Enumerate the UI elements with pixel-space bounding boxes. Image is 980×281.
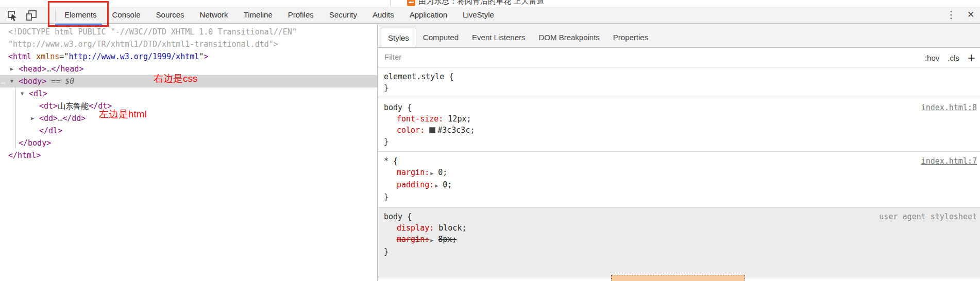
dom-tree-row[interactable]: <html xmlns="http://www.w3.org/1999/xhtm… xyxy=(0,50,377,63)
code-token: "http://www.w3.org/TR/xhtml1/DTD/xhtml1-… xyxy=(8,40,278,49)
tab-console[interactable]: Console xyxy=(105,7,148,23)
tab-audits[interactable]: Audits xyxy=(365,7,402,23)
css-rules-list: element.style {}index.html:8body {font-s… xyxy=(378,67,980,277)
code-token: > xyxy=(204,52,208,61)
stylesheet-origin-label: user agent stylesheet xyxy=(879,211,977,222)
code-token xyxy=(31,52,36,61)
sidebar-tab-event-listeners[interactable]: Event Listeners xyxy=(465,28,532,47)
dom-tree-row[interactable]: </html> xyxy=(0,149,377,162)
rule-selector-line: * { xyxy=(378,155,980,167)
property-value: 12px; xyxy=(448,114,471,124)
expand-arrow-icon[interactable]: ▶ xyxy=(10,63,13,75)
code-token: <!DOCTYPE html PUBLIC "-//W3C//DTD XHTML… xyxy=(8,27,297,37)
tab-timeline[interactable]: Timeline xyxy=(236,7,280,23)
toggle-hover-state-button[interactable]: :hov xyxy=(925,54,939,62)
close-brace: } xyxy=(384,137,388,146)
sidebar-tab-properties[interactable]: Properties xyxy=(606,28,655,47)
dom-node-text: </html> xyxy=(8,149,41,162)
property-value: block; xyxy=(438,223,466,233)
code-token: … xyxy=(58,114,62,123)
styles-tab-strip: StylesComputedEvent ListenersDOM Breakpo… xyxy=(378,24,980,48)
sidebar-tab-computed[interactable]: Computed xyxy=(416,28,465,47)
toggle-element-classes-button[interactable]: .cls xyxy=(948,54,959,62)
dom-tree-row[interactable]: </dl> xyxy=(0,125,377,137)
rule-close-line: } xyxy=(378,191,980,203)
css-property[interactable]: font-size: 12px; xyxy=(378,113,980,125)
sidebar-tab-styles[interactable]: Styles xyxy=(381,28,416,47)
css-rule: user agent stylesheetbody {display: bloc… xyxy=(378,207,980,277)
code-token: </dl> xyxy=(39,126,62,135)
expand-shorthand-icon[interactable]: ▶ xyxy=(429,237,433,243)
device-toolbar-icon[interactable] xyxy=(26,10,37,21)
expand-shorthand-icon[interactable]: ▶ xyxy=(429,170,433,176)
dom-node-text: </dl> xyxy=(39,125,62,137)
css-property[interactable]: margin:▶ 0; xyxy=(378,167,980,179)
dom-tree-row[interactable]: <!DOCTYPE html PUBLIC "-//W3C//DTD XHTML… xyxy=(0,26,377,38)
red-annotation-box xyxy=(48,1,109,27)
dom-node-text: "http://www.w3.org/TR/xhtml1/DTD/xhtml1-… xyxy=(8,38,278,50)
property-value: #3c3c3c; xyxy=(437,126,475,135)
code-token: 山东鲁能 xyxy=(58,101,89,111)
tab-network[interactable]: Network xyxy=(192,7,236,23)
tab-application[interactable]: Application xyxy=(402,7,455,23)
rule-selector[interactable]: body xyxy=(384,212,402,221)
rule-close-line: } xyxy=(378,246,980,257)
rule-selector-line: element.style { xyxy=(378,71,980,82)
collapse-arrow-icon[interactable]: ▼ xyxy=(21,87,24,100)
css-property[interactable]: padding:▶ 0; xyxy=(378,179,980,191)
code-token: <html xyxy=(8,52,31,61)
new-style-rule-icon[interactable]: + xyxy=(968,52,975,63)
close-devtools-icon[interactable]: ✕ xyxy=(965,9,977,20)
tab-security[interactable]: Security xyxy=(322,7,365,23)
devtools-tab-strip: ElementsConsoleSourcesNetworkTimelinePro… xyxy=(57,7,502,23)
dom-node-text: ▼<dl> xyxy=(29,87,47,100)
dom-tree-row[interactable]: <dt>山东鲁能</dt> xyxy=(0,100,377,112)
stylesheet-source-link[interactable]: index.html:8 xyxy=(921,102,977,113)
css-rule: element.style {} xyxy=(378,67,980,98)
expand-shorthand-icon[interactable]: ▶ xyxy=(434,183,438,188)
expand-arrow-icon[interactable]: ▶ xyxy=(31,112,34,125)
css-rule: index.html:8body {font-size: 12px;color:… xyxy=(378,98,980,152)
code-token: <dt> xyxy=(39,101,58,111)
rule-selector[interactable]: element.style xyxy=(384,72,444,81)
dom-tree-row[interactable]: ▼<dl> xyxy=(0,87,377,100)
dom-node-text: <html xmlns="http://www.w3.org/1999/xhtm… xyxy=(8,50,208,63)
page-title-clipped: 由为东总：将阅青后的单花 上大雷道 xyxy=(418,0,544,6)
rule-selector[interactable]: * xyxy=(384,156,388,166)
sidebar-tab-dom-breakpoints[interactable]: DOM Breakpoints xyxy=(532,28,606,47)
property-value: 0; xyxy=(438,168,447,177)
css-property[interactable]: display: block; xyxy=(378,222,980,234)
property-name: margin: xyxy=(397,168,429,177)
filter-input[interactable]: Filter xyxy=(384,52,401,61)
box-model-margin-rect[interactable] xyxy=(611,275,745,281)
row-actions-dots: … xyxy=(1,75,5,87)
property-name: margin: xyxy=(397,235,429,244)
close-brace: } xyxy=(384,192,388,202)
code-token: =" xyxy=(59,52,69,61)
code-token: </dd> xyxy=(62,114,86,123)
tab-livestyle[interactable]: LiveStyle xyxy=(455,7,502,23)
dom-tree-row[interactable]: ▶<dd>…</dd> xyxy=(0,112,377,125)
inspect-element-icon[interactable] xyxy=(7,10,18,21)
collapse-arrow-icon[interactable]: ▼ xyxy=(10,75,13,87)
css-property[interactable]: margin:▶ 8px; xyxy=(378,234,980,246)
property-value: 0; xyxy=(443,180,452,189)
devtools-menu-icon[interactable]: ⋮ xyxy=(945,9,957,21)
tab-profiles[interactable]: Profiles xyxy=(280,7,322,23)
code-token: http://www.w3.org/1999/xhtml xyxy=(69,52,199,61)
bookmark-divider xyxy=(390,0,391,7)
dom-tree-row[interactable]: </body> xyxy=(0,137,377,149)
code-token: </head> xyxy=(51,64,83,74)
property-name: padding: xyxy=(397,180,434,189)
css-property[interactable]: color: #3c3c3c; xyxy=(378,125,980,136)
code-token: <body> xyxy=(19,77,46,86)
dom-tree-row[interactable]: "http://www.w3.org/TR/xhtml1/DTD/xhtml1-… xyxy=(0,38,377,50)
stylesheet-source-link[interactable]: index.html:7 xyxy=(921,155,977,167)
tab-sources[interactable]: Sources xyxy=(148,7,192,23)
code-token: " xyxy=(199,52,204,61)
color-swatch[interactable] xyxy=(429,127,435,133)
open-brace: { xyxy=(388,156,398,166)
elements-dom-panel: <!DOCTYPE html PUBLIC "-//W3C//DTD XHTML… xyxy=(0,24,377,281)
dom-node-text: ▶<dd>…</dd> xyxy=(39,112,86,125)
rule-selector[interactable]: body xyxy=(384,103,402,112)
